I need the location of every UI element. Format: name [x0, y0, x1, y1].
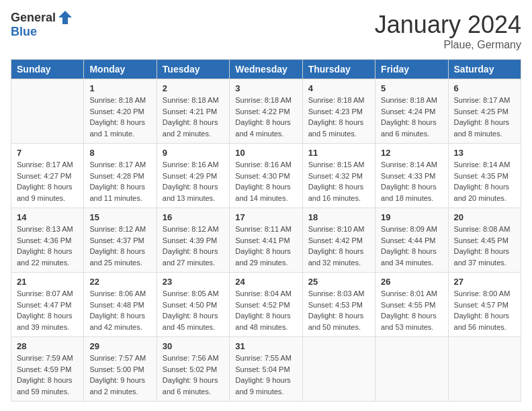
calendar-week-1: 1Sunrise: 8:18 AMSunset: 4:20 PMDaylight… [11, 79, 521, 144]
day-number: 13 [454, 148, 515, 158]
calendar-cell: 20Sunrise: 8:08 AMSunset: 4:45 PMDayligh… [448, 208, 521, 273]
day-info: Sunrise: 8:07 AMSunset: 4:47 PMDaylight:… [17, 288, 78, 332]
calendar-cell: 2Sunrise: 8:18 AMSunset: 4:21 PMDaylight… [157, 79, 229, 144]
day-info: Sunrise: 8:15 AMSunset: 4:32 PMDaylight:… [308, 159, 369, 203]
calendar-cell: 9Sunrise: 8:16 AMSunset: 4:29 PMDaylight… [157, 144, 229, 208]
day-info: Sunrise: 8:13 AMSunset: 4:36 PMDaylight:… [17, 224, 78, 268]
calendar-cell: 21Sunrise: 8:07 AMSunset: 4:47 PMDayligh… [11, 273, 84, 337]
calendar-cell: 24Sunrise: 8:04 AMSunset: 4:52 PMDayligh… [230, 273, 302, 337]
day-info: Sunrise: 7:57 AMSunset: 5:00 PMDaylight:… [89, 353, 150, 397]
day-number: 12 [381, 148, 442, 158]
calendar-week-2: 7Sunrise: 8:17 AMSunset: 4:27 PMDaylight… [11, 144, 521, 208]
calendar-cell: 12Sunrise: 8:14 AMSunset: 4:33 PMDayligh… [375, 144, 448, 208]
calendar-cell: 5Sunrise: 8:18 AMSunset: 4:24 PMDaylight… [375, 79, 448, 144]
calendar-cell: 23Sunrise: 8:05 AMSunset: 4:50 PMDayligh… [157, 273, 229, 337]
calendar-header-tuesday: Tuesday [157, 60, 229, 79]
day-info: Sunrise: 8:17 AMSunset: 4:25 PMDaylight:… [454, 95, 515, 139]
day-number: 4 [308, 83, 369, 93]
day-info: Sunrise: 8:18 AMSunset: 4:21 PMDaylight:… [163, 95, 224, 139]
day-number: 31 [235, 341, 296, 351]
calendar-cell: 7Sunrise: 8:17 AMSunset: 4:27 PMDaylight… [11, 144, 84, 208]
calendar-cell [375, 337, 448, 402]
day-number: 18 [308, 212, 369, 222]
day-info: Sunrise: 8:16 AMSunset: 4:30 PMDaylight:… [235, 159, 296, 203]
month-title: January 2024 [375, 11, 521, 39]
day-info: Sunrise: 8:14 AMSunset: 4:33 PMDaylight:… [381, 159, 442, 203]
day-info: Sunrise: 8:17 AMSunset: 4:27 PMDaylight:… [17, 159, 78, 203]
day-info: Sunrise: 8:08 AMSunset: 4:45 PMDaylight:… [454, 224, 515, 268]
calendar-cell: 13Sunrise: 8:14 AMSunset: 4:35 PMDayligh… [448, 144, 521, 208]
day-number: 16 [163, 212, 224, 222]
day-number: 6 [454, 83, 515, 93]
calendar-cell: 1Sunrise: 8:18 AMSunset: 4:20 PMDaylight… [84, 79, 157, 144]
calendar-header-wednesday: Wednesday [230, 60, 302, 79]
day-number: 2 [163, 83, 224, 93]
calendar-cell: 4Sunrise: 8:18 AMSunset: 4:23 PMDaylight… [302, 79, 375, 144]
calendar-week-4: 21Sunrise: 8:07 AMSunset: 4:47 PMDayligh… [11, 273, 521, 337]
calendar-cell [11, 79, 84, 144]
calendar-cell: 14Sunrise: 8:13 AMSunset: 4:36 PMDayligh… [11, 208, 84, 273]
day-info: Sunrise: 8:17 AMSunset: 4:28 PMDaylight:… [89, 159, 150, 203]
day-info: Sunrise: 8:00 AMSunset: 4:57 PMDaylight:… [454, 288, 515, 332]
day-info: Sunrise: 8:01 AMSunset: 4:55 PMDaylight:… [381, 288, 442, 332]
logo-blue: Blue [11, 25, 37, 38]
calendar-cell: 8Sunrise: 8:17 AMSunset: 4:28 PMDaylight… [84, 144, 157, 208]
day-info: Sunrise: 8:14 AMSunset: 4:35 PMDaylight:… [454, 159, 515, 203]
calendar-header-row: SundayMondayTuesdayWednesdayThursdayFrid… [11, 60, 521, 79]
day-info: Sunrise: 8:18 AMSunset: 4:24 PMDaylight:… [381, 95, 442, 139]
day-number: 7 [17, 148, 78, 158]
day-number: 17 [235, 212, 296, 222]
calendar-cell: 3Sunrise: 8:18 AMSunset: 4:22 PMDaylight… [230, 79, 302, 144]
calendar-cell: 25Sunrise: 8:03 AMSunset: 4:53 PMDayligh… [302, 273, 375, 337]
day-info: Sunrise: 8:06 AMSunset: 4:48 PMDaylight:… [89, 288, 150, 332]
calendar-cell [302, 337, 375, 402]
calendar-header-thursday: Thursday [302, 60, 375, 79]
day-info: Sunrise: 8:09 AMSunset: 4:44 PMDaylight:… [381, 224, 442, 268]
calendar-cell: 6Sunrise: 8:17 AMSunset: 4:25 PMDaylight… [448, 79, 521, 144]
day-number: 30 [163, 341, 224, 351]
logo-general: General [11, 11, 56, 25]
calendar-cell: 17Sunrise: 8:11 AMSunset: 4:41 PMDayligh… [230, 208, 302, 273]
logo-icon [57, 9, 73, 26]
day-info: Sunrise: 8:12 AMSunset: 4:37 PMDaylight:… [89, 224, 150, 268]
calendar-cell: 15Sunrise: 8:12 AMSunset: 4:37 PMDayligh… [84, 208, 157, 273]
calendar-header-monday: Monday [84, 60, 157, 79]
calendar-cell: 29Sunrise: 7:57 AMSunset: 5:00 PMDayligh… [84, 337, 157, 402]
day-number: 20 [454, 212, 515, 222]
day-number: 11 [308, 148, 369, 158]
day-number: 28 [17, 341, 78, 351]
day-info: Sunrise: 8:11 AMSunset: 4:41 PMDaylight:… [235, 224, 296, 268]
day-number: 24 [235, 277, 296, 287]
calendar-cell: 10Sunrise: 8:16 AMSunset: 4:30 PMDayligh… [230, 144, 302, 208]
day-info: Sunrise: 7:55 AMSunset: 5:04 PMDaylight:… [235, 353, 296, 397]
calendar-cell: 22Sunrise: 8:06 AMSunset: 4:48 PMDayligh… [84, 273, 157, 337]
day-number: 21 [17, 277, 78, 287]
calendar-cell: 18Sunrise: 8:10 AMSunset: 4:42 PMDayligh… [302, 208, 375, 273]
day-number: 8 [89, 148, 150, 158]
day-number: 26 [381, 277, 442, 287]
day-number: 1 [89, 83, 150, 93]
day-info: Sunrise: 7:59 AMSunset: 4:59 PMDaylight:… [17, 353, 78, 397]
calendar-cell: 26Sunrise: 8:01 AMSunset: 4:55 PMDayligh… [375, 273, 448, 337]
day-number: 27 [454, 277, 515, 287]
calendar-cell: 31Sunrise: 7:55 AMSunset: 5:04 PMDayligh… [230, 337, 302, 402]
calendar-cell: 11Sunrise: 8:15 AMSunset: 4:32 PMDayligh… [302, 144, 375, 208]
calendar-cell: 19Sunrise: 8:09 AMSunset: 4:44 PMDayligh… [375, 208, 448, 273]
calendar-cell: 16Sunrise: 8:12 AMSunset: 4:39 PMDayligh… [157, 208, 229, 273]
day-info: Sunrise: 8:16 AMSunset: 4:29 PMDaylight:… [163, 159, 224, 203]
calendar-week-3: 14Sunrise: 8:13 AMSunset: 4:36 PMDayligh… [11, 208, 521, 273]
day-info: Sunrise: 8:10 AMSunset: 4:42 PMDaylight:… [308, 224, 369, 268]
calendar-cell: 27Sunrise: 8:00 AMSunset: 4:57 PMDayligh… [448, 273, 521, 337]
day-info: Sunrise: 8:18 AMSunset: 4:23 PMDaylight:… [308, 95, 369, 139]
day-info: Sunrise: 7:56 AMSunset: 5:02 PMDaylight:… [163, 353, 224, 397]
calendar-cell: 30Sunrise: 7:56 AMSunset: 5:02 PMDayligh… [157, 337, 229, 402]
title-area: January 2024 Plaue, Germany [375, 11, 521, 51]
calendar-body: 1Sunrise: 8:18 AMSunset: 4:20 PMDaylight… [11, 79, 521, 402]
day-number: 3 [235, 83, 296, 93]
calendar-header-saturday: Saturday [448, 60, 521, 79]
calendar-header-friday: Friday [375, 60, 448, 79]
calendar-cell: 28Sunrise: 7:59 AMSunset: 4:59 PMDayligh… [11, 337, 84, 402]
svg-marker-0 [58, 11, 72, 24]
day-info: Sunrise: 8:18 AMSunset: 4:22 PMDaylight:… [235, 95, 296, 139]
day-info: Sunrise: 8:04 AMSunset: 4:52 PMDaylight:… [235, 288, 296, 332]
